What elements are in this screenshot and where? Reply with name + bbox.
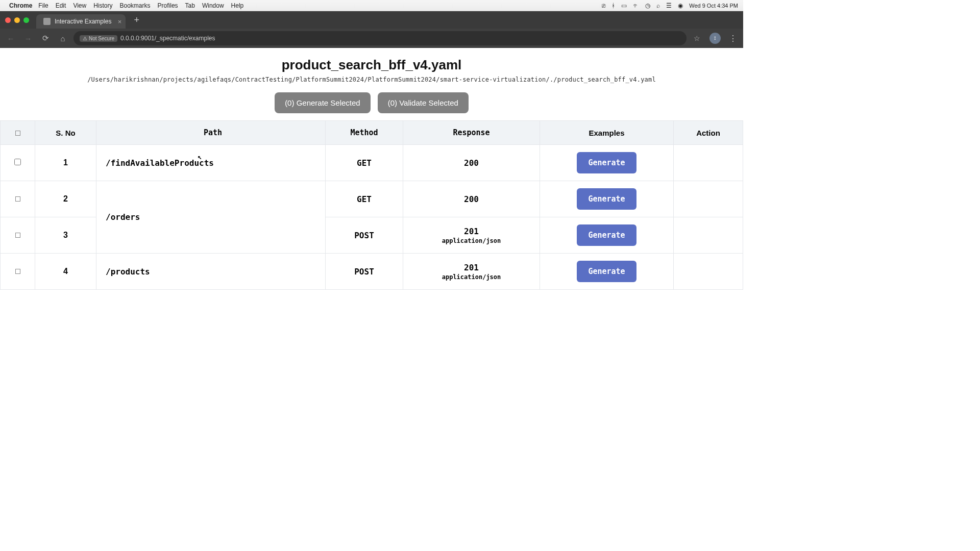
app-name[interactable]: Chrome [9, 2, 32, 9]
menu-window[interactable]: Window [202, 2, 224, 9]
generate-selected-button[interactable]: (0) Generate Selected [275, 92, 371, 113]
menu-bookmarks[interactable]: Bookmarks [120, 2, 151, 9]
airplay-icon[interactable]: ⎚ [602, 2, 605, 9]
generate-button[interactable]: Generate [577, 224, 636, 246]
header-sno: S. No [35, 121, 96, 145]
row-checkbox[interactable] [14, 159, 21, 165]
menubar-clock[interactable]: Wed 9 Oct 4:34 PM [689, 3, 738, 9]
search-icon[interactable]: ⌕ [656, 2, 660, 9]
url-text: 0.0.0.0:9001/_specmatic/examples [120, 35, 215, 42]
generate-button[interactable]: Generate [577, 261, 636, 282]
menu-edit[interactable]: Edit [56, 2, 66, 9]
menu-file[interactable]: File [38, 2, 48, 9]
profile-avatar[interactable]: ⟟ [709, 33, 721, 44]
header-action: Action [674, 121, 743, 145]
table-row: 4 /products POST 201application/json Gen… [1, 254, 743, 290]
select-all-checkbox[interactable] [15, 131, 20, 136]
header-path: Path [96, 121, 326, 145]
row-checkbox[interactable] [15, 233, 20, 238]
header-method: Method [326, 121, 403, 145]
validate-selected-button[interactable]: (0) Validate Selected [378, 92, 469, 113]
security-badge[interactable]: ⚠Not Secure [80, 35, 117, 42]
window-zoom-icon[interactable] [23, 17, 29, 23]
bookmark-star-icon[interactable]: ☆ [691, 34, 703, 42]
window-minimize-icon[interactable] [14, 17, 20, 23]
file-path: /Users/harikrishnan/projects/agilefaqs/C… [0, 76, 743, 83]
row-method: GET [326, 145, 403, 181]
row-checkbox[interactable] [15, 196, 20, 202]
row-response-sub: application/json [408, 237, 534, 244]
row-response: 201 [464, 263, 479, 272]
row-sno: 2 [35, 181, 96, 217]
control-center-icon[interactable]: ☰ [666, 2, 672, 9]
row-sno: 1 [35, 145, 96, 181]
back-button[interactable]: ← [4, 32, 17, 45]
row-action [674, 254, 743, 290]
menu-help[interactable]: Help [231, 2, 244, 9]
header-response: Response [403, 121, 540, 145]
window-close-icon[interactable] [5, 17, 11, 23]
wifi-icon[interactable]: ᯤ [633, 2, 639, 9]
browser-toolbar: ← → ⟳ ⌂ ⚠Not Secure 0.0.0.0:9001/_specma… [0, 29, 743, 48]
page-content: product_search_bff_v4.yaml /Users/harikr… [0, 48, 743, 290]
examples-table: S. No Path Method Response Examples Acti… [0, 120, 743, 290]
row-response: 200 [403, 181, 540, 217]
clock-icon[interactable]: ◷ [645, 2, 650, 9]
warning-icon: ⚠ [83, 36, 87, 41]
page-title: product_search_bff_v4.yaml [0, 57, 743, 73]
battery-icon[interactable]: ▭ [621, 2, 627, 9]
browser-tabstrip: Interactive Examples × + [0, 11, 743, 29]
header-checkbox[interactable] [1, 121, 35, 145]
macos-menubar: Chrome File Edit View History Bookmarks … [0, 0, 743, 11]
home-button[interactable]: ⌂ [56, 32, 69, 45]
row-action [674, 181, 743, 217]
browser-tab[interactable]: Interactive Examples × [36, 14, 126, 29]
menu-view[interactable]: View [73, 2, 86, 9]
row-sno: 4 [35, 254, 96, 290]
row-action [674, 145, 743, 181]
forward-button[interactable]: → [21, 32, 35, 45]
row-checkbox[interactable] [15, 269, 20, 274]
security-label: Not Secure [89, 36, 114, 41]
address-bar[interactable]: ⚠Not Secure 0.0.0.0:9001/_specmatic/exam… [74, 31, 687, 45]
row-sno: 3 [35, 217, 96, 254]
browser-menu-icon[interactable]: ⋮ [727, 34, 739, 43]
generate-button[interactable]: Generate [577, 152, 636, 173]
row-response-sub: application/json [408, 273, 534, 281]
row-response: 201 [464, 227, 479, 236]
menu-history[interactable]: History [93, 2, 112, 9]
row-path: /products [106, 267, 150, 277]
window-controls [5, 17, 29, 23]
row-path: /orders [106, 212, 140, 222]
table-row: 2 /orders GET 200 Generate [1, 181, 743, 217]
menu-tab[interactable]: Tab [185, 2, 195, 9]
siri-icon[interactable]: ◉ [678, 2, 683, 9]
row-response: 200 [403, 145, 540, 181]
bluetooth-icon[interactable]: ᚼ [611, 2, 615, 9]
row-path: /findAvailableProducts [106, 158, 214, 168]
generate-button[interactable]: Generate [577, 188, 636, 210]
tab-title: Interactive Examples [55, 18, 111, 25]
reload-button[interactable]: ⟳ [39, 32, 52, 45]
header-examples: Examples [540, 121, 674, 145]
tab-close-icon[interactable]: × [118, 18, 122, 26]
menu-profiles[interactable]: Profiles [158, 2, 178, 9]
row-action [674, 217, 743, 254]
row-method: GET [326, 181, 403, 217]
table-row: 1 /findAvailableProducts↖ GET 200 Genera… [1, 145, 743, 181]
favicon-icon [43, 18, 51, 25]
row-method: POST [326, 217, 403, 254]
new-tab-button[interactable]: + [131, 15, 142, 26]
row-method: POST [326, 254, 403, 290]
